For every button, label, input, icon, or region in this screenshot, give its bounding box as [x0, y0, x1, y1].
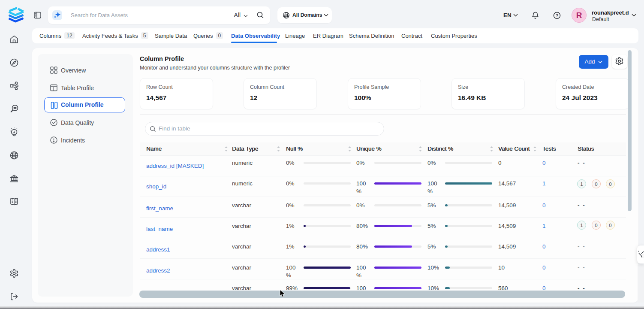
svg-text:?: ? — [556, 13, 558, 18]
